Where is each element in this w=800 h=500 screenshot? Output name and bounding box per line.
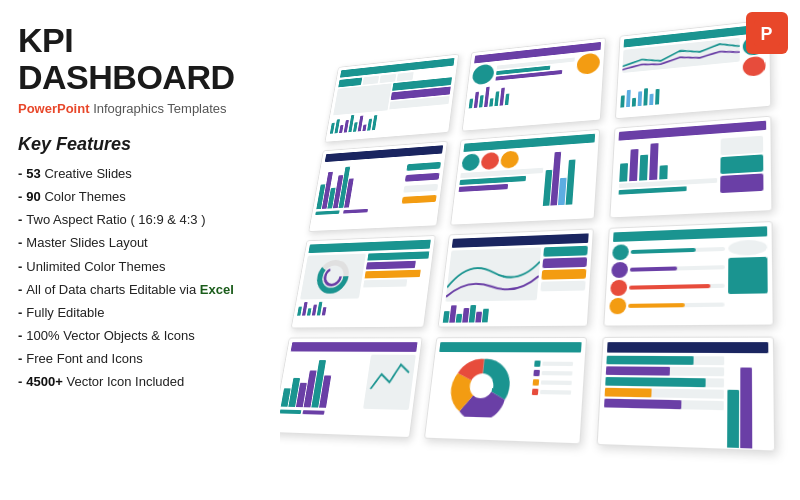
main-container: KPI DASHBOARD PowerPoint Infographics Te… [0,0,800,500]
subtitle-rest: Infographics Templates [90,101,227,116]
slides-wrapper [280,6,800,500]
powerpoint-icon: P [746,12,788,54]
features-list: - 53 Creative Slides - 90 Color Themes -… [18,165,262,392]
svg-point-4 [324,268,342,285]
slide-card [324,54,459,143]
slide-card [291,235,436,328]
list-item: - Free Font and Icons [18,350,262,368]
slide-card [609,116,772,219]
main-title: KPI DASHBOARD [18,22,262,97]
list-item: - 53 Creative Slides [18,165,262,183]
list-item: - 90 Color Themes [18,188,262,206]
list-item: - Master Slides Layout [18,234,262,252]
slide-card [597,337,776,452]
list-item: - Fully Editable [18,304,262,322]
brand-name: PowerPoint [18,101,90,116]
key-features-title: Key Features [18,134,262,155]
slide-card [308,141,448,232]
svg-text:P: P [761,24,773,44]
right-panel: P [280,0,800,500]
list-item: - All of Data charts Editable via Excel [18,281,262,299]
subtitle: PowerPoint Infographics Templates [18,101,262,116]
slide-card [450,129,600,226]
slide-card [424,337,587,445]
left-panel: KPI DASHBOARD PowerPoint Infographics Te… [0,0,280,500]
list-item: - 100% Vector Objects & Icons [18,327,262,345]
slide-card [462,37,606,131]
list-item: - 4500+ Vector Icon Included [18,373,262,391]
slide-card [603,221,774,327]
list-item: - Unlimited Color Themes [18,258,262,276]
slide-card [438,228,594,327]
slide-card [280,337,423,438]
list-item: - Two Aspect Ratio ( 16:9 & 4:3 ) [18,211,262,229]
